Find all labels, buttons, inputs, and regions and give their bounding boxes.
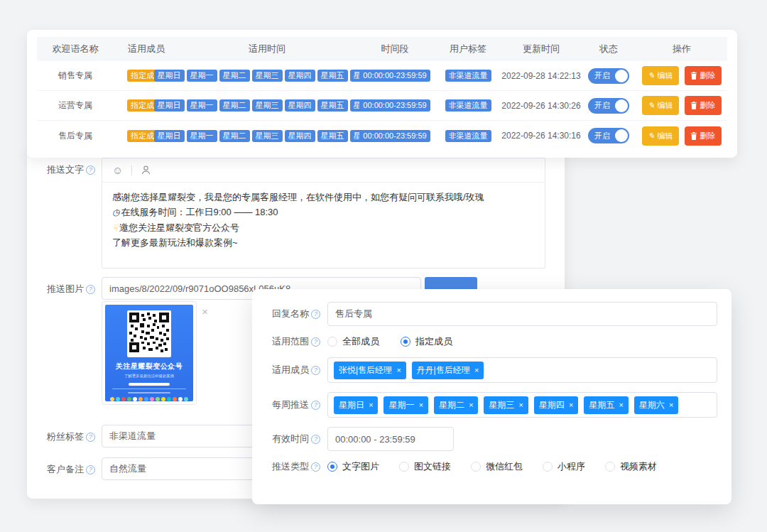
remove-tag-icon[interactable] — [396, 366, 401, 374]
remove-tag-icon[interactable] — [569, 401, 573, 409]
remove-tag-icon[interactable] — [369, 401, 373, 409]
trash-icon — [690, 72, 697, 80]
table-row: 运营专属 指定成员 星期日 星期一 星期二 星期三 星期四 星期五 星期六 00… — [37, 91, 727, 121]
editor-toolbar — [102, 158, 545, 183]
help-icon[interactable] — [311, 401, 320, 410]
weekday-badge: 星期五 — [317, 70, 348, 82]
delete-label: 删除 — [700, 100, 716, 111]
weekday-tag: 星期五 — [584, 396, 628, 414]
radio-text-image[interactable]: 文字图片 — [327, 460, 379, 473]
push-text-editor[interactable]: 感谢您选择星耀裂变，我是您的专属客服经理，在软件使用中，如您有疑问可联系我哦/玫… — [102, 158, 545, 268]
radio-mini-program[interactable]: 小程序 — [543, 460, 585, 473]
header-updated: 更新时间 — [501, 43, 581, 55]
remove-tag-icon[interactable] — [469, 401, 473, 409]
push-image-thumbnail[interactable]: 关注星耀裂变公众号 了解更多最新玩法和爆款案例 — [102, 301, 197, 405]
toggle-knob — [615, 99, 628, 112]
weekday-badge: 星期三 — [252, 99, 283, 112]
delete-label: 删除 — [700, 131, 716, 141]
weekly-push-label: 每周推送 — [272, 398, 327, 411]
weekday-badge: 星期一 — [187, 130, 217, 142]
push-text-line: 邀您关注星耀裂变官方公众号 — [112, 220, 535, 235]
delete-label: 删除 — [700, 70, 716, 81]
rule-name: 售后专属 — [37, 130, 114, 142]
user-tag-badge: 非渠道流量 — [445, 130, 491, 142]
radio-image-link[interactable]: 图文链接 — [399, 460, 451, 473]
weekday-badge: 星期二 — [219, 70, 250, 82]
help-icon[interactable] — [86, 465, 95, 474]
delete-button[interactable]: 删除 — [685, 126, 722, 146]
weekday-badge: 星期五 — [317, 99, 348, 112]
edit-label: 编辑 — [658, 100, 673, 111]
remove-tag-icon[interactable] — [418, 401, 423, 409]
radio-video-material[interactable]: 视频素材 — [605, 460, 657, 473]
help-icon[interactable] — [86, 285, 95, 294]
delete-button[interactable]: 删除 — [685, 96, 722, 115]
valid-time-input[interactable] — [327, 427, 454, 451]
weekday-badge: 星期四 — [285, 70, 315, 82]
push-type-radio-group: 文字图片 图文链接 微信红包 小程序 视频素材 — [327, 460, 657, 473]
status-toggle[interactable]: 开启 — [588, 128, 629, 143]
delete-button[interactable]: 删除 — [685, 66, 722, 85]
weekday-badge: 星期四 — [285, 99, 315, 112]
emoji-icon[interactable] — [112, 164, 123, 177]
help-icon[interactable] — [86, 433, 95, 442]
status-toggle[interactable]: 开启 — [588, 98, 629, 114]
header-actions: 操作 — [636, 43, 727, 55]
remove-tag-icon[interactable] — [474, 366, 479, 374]
customer-note-label: 客户备注 — [47, 463, 95, 476]
trash-icon — [690, 102, 697, 109]
weekly-tagfield[interactable]: 星期日 星期一 星期二 星期三 星期四 星期五 星期六 — [327, 392, 717, 418]
toggle-label: 开启 — [594, 100, 610, 111]
weekday-tag: 星期四 — [534, 396, 578, 414]
fans-tag-label: 粉丝标签 — [47, 430, 95, 443]
weekday-badge: 星期二 — [219, 99, 250, 112]
radio-wechat-redpacket[interactable]: 微信红包 — [471, 460, 523, 473]
edit-button[interactable]: 编辑 — [642, 66, 678, 85]
pointing-hand-icon — [112, 222, 119, 233]
edit-label: 编辑 — [658, 70, 673, 81]
weekday-badge: 星期一 — [187, 99, 217, 112]
help-icon[interactable] — [311, 462, 320, 472]
mention-person-icon[interactable] — [141, 165, 151, 175]
edit-button[interactable]: 编辑 — [642, 126, 678, 146]
qr-poster-title: 关注星耀裂变公众号 — [116, 362, 183, 371]
radio-dot — [543, 462, 553, 472]
member-tag: 张悦|售后经理 — [334, 362, 406, 379]
toolbar-divider — [131, 165, 132, 175]
weekday-badges: 星期日 星期一 星期二 星期三 星期四 星期五 星期六 — [179, 99, 355, 112]
remove-tag-icon[interactable] — [518, 401, 523, 409]
reply-name-label: 回复名称 — [272, 308, 327, 320]
rule-name: 运营专属 — [37, 99, 114, 112]
remove-tag-icon[interactable] — [619, 401, 623, 409]
weekday-badge: 星期三 — [252, 70, 283, 82]
help-icon[interactable] — [86, 165, 95, 175]
user-tag-badge: 非渠道流量 — [445, 99, 491, 112]
rule-name: 销售专属 — [37, 70, 114, 82]
help-icon[interactable] — [311, 337, 320, 347]
weekday-badges: 星期日 星期一 星期二 星期三 星期四 星期五 星期六 — [179, 70, 355, 82]
radio-all-members[interactable]: 全部成员 — [327, 335, 379, 348]
push-text-line: 了解更多最新玩法和爆款案例~ — [112, 235, 535, 250]
radio-dot — [605, 462, 615, 472]
header-user-tag: 用户标签 — [435, 43, 501, 55]
status-toggle[interactable]: 开启 — [588, 68, 629, 84]
edit-label: 编辑 — [658, 131, 673, 141]
reply-name-input[interactable] — [327, 302, 717, 326]
remove-image-icon[interactable] — [202, 305, 208, 317]
push-text-line: 在线服务时间：工作日9:00 —— 18:30 — [112, 205, 535, 220]
table-header-row: 欢迎语名称 适用成员 适用时间 时间段 用户标签 更新时间 状态 操作 — [37, 37, 727, 61]
members-tagfield[interactable]: 张悦|售后经理 丹丹|售后经理 — [327, 357, 717, 383]
qr-poster-textbar — [128, 392, 170, 393]
weekday-badge: 星期日 — [154, 130, 185, 142]
help-icon[interactable] — [311, 310, 320, 319]
edit-button[interactable]: 编辑 — [642, 96, 678, 115]
weekday-tag: 星期日 — [334, 396, 378, 414]
radio-specified-members[interactable]: 指定成员 — [401, 335, 452, 348]
weekday-badges: 星期日 星期一 星期二 星期三 星期四 星期五 星期六 — [179, 130, 355, 142]
help-icon[interactable] — [311, 435, 320, 444]
radio-dot — [327, 462, 337, 472]
qr-poster: 关注星耀裂变公众号 了解更多最新玩法和爆款案例 — [105, 305, 193, 401]
remove-tag-icon[interactable] — [669, 401, 673, 409]
push-text-content[interactable]: 感谢您选择星耀裂变，我是您的专属客服经理，在软件使用中，如您有疑问可联系我哦/玫… — [102, 183, 545, 257]
help-icon[interactable] — [311, 366, 320, 375]
